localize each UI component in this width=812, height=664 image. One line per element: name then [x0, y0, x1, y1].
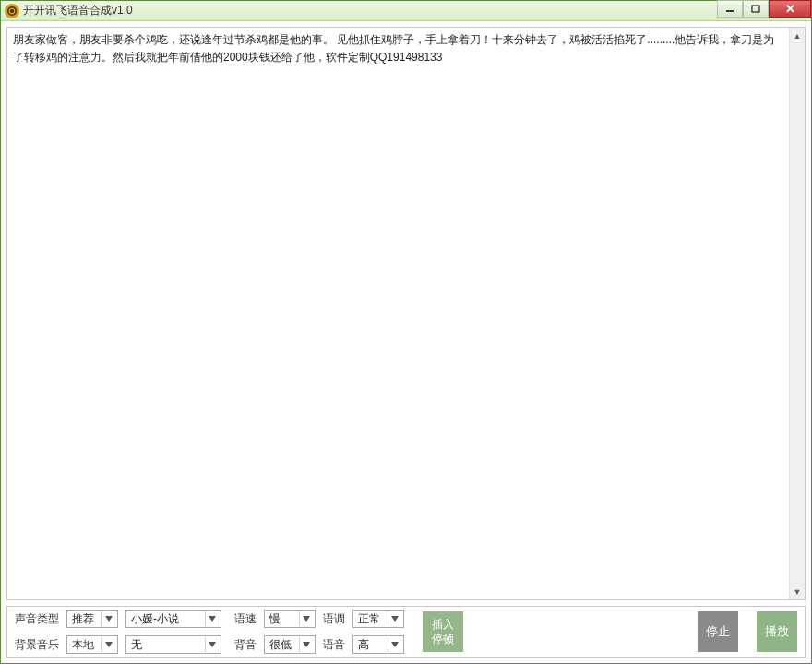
- controls-panel: 声音类型 推荐 小媛-小说 背景音乐 本地: [6, 606, 806, 658]
- titlebar[interactable]: 开开讯飞语音合成v1.0 ✕: [1, 1, 811, 21]
- stop-button[interactable]: 停止: [698, 611, 738, 652]
- chevron-down-icon: [205, 611, 219, 626]
- text-input[interactable]: [7, 28, 789, 599]
- label-voice-type: 声音类型: [15, 611, 59, 627]
- combo-bg-source[interactable]: 本地: [66, 635, 118, 654]
- minimize-icon: [725, 5, 734, 14]
- svg-rect-4: [752, 6, 759, 12]
- label-bg-vol: 背音: [234, 637, 257, 653]
- row-bg-music: 背景音乐 本地 无: [15, 635, 221, 654]
- scroll-up-arrow[interactable]: ▲: [790, 28, 805, 43]
- mid-controls: 语速 慢 语调 正常 背音 很低: [234, 610, 404, 654]
- left-controls: 声音类型 推荐 小媛-小说 背景音乐 本地: [15, 610, 221, 654]
- chevron-down-icon: [388, 637, 401, 652]
- chevron-down-icon: [102, 637, 115, 652]
- label-speed: 语速: [234, 611, 257, 627]
- chevron-down-icon: [299, 611, 313, 626]
- label-pitch: 语调: [323, 611, 345, 627]
- app-icon: [5, 4, 19, 18]
- maximize-icon: [751, 5, 760, 14]
- combo-pitch[interactable]: 正常: [352, 610, 404, 628]
- close-icon: ✕: [785, 2, 795, 16]
- chevron-down-icon: [205, 637, 219, 652]
- chevron-down-icon: [102, 611, 115, 626]
- svg-rect-3: [726, 10, 734, 12]
- vertical-scrollbar[interactable]: ▲ ▼: [789, 28, 805, 599]
- label-voice-vol: 语音: [323, 637, 345, 653]
- combo-speed[interactable]: 慢: [264, 610, 316, 628]
- combo-voice-vol[interactable]: 高: [352, 635, 404, 654]
- text-input-container: ▲ ▼: [6, 27, 806, 600]
- combo-voice-type[interactable]: 推荐: [66, 610, 118, 628]
- close-button[interactable]: ✕: [769, 0, 811, 18]
- chevron-down-icon: [299, 637, 313, 652]
- window-controls: ✕: [717, 0, 811, 18]
- combo-voice[interactable]: 小媛-小说: [125, 610, 221, 628]
- combo-bg-vol[interactable]: 很低: [264, 635, 316, 654]
- play-button[interactable]: 播放: [757, 611, 797, 652]
- chevron-down-icon: [388, 611, 401, 626]
- label-bg-music: 背景音乐: [15, 637, 59, 653]
- app-window: 开开讯飞语音合成v1.0 ✕ ▲ ▼ 声音类型 推荐: [0, 0, 812, 664]
- maximize-button[interactable]: [743, 0, 769, 18]
- row-speed-pitch: 语速 慢 语调 正常: [234, 610, 404, 628]
- combo-bg-track[interactable]: 无: [125, 635, 221, 654]
- row-voice-type: 声音类型 推荐 小媛-小说: [15, 610, 221, 628]
- content-area: ▲ ▼ 声音类型 推荐 小媛-小说 背景音乐: [1, 21, 811, 663]
- scroll-down-arrow[interactable]: ▼: [790, 584, 805, 599]
- window-title: 开开讯飞语音合成v1.0: [23, 3, 133, 18]
- minimize-button[interactable]: [717, 0, 743, 18]
- svg-point-2: [10, 9, 14, 13]
- row-bgvol-voicevol: 背音 很低 语音 高: [234, 635, 404, 654]
- insert-pause-button[interactable]: 插入 停顿: [423, 611, 463, 652]
